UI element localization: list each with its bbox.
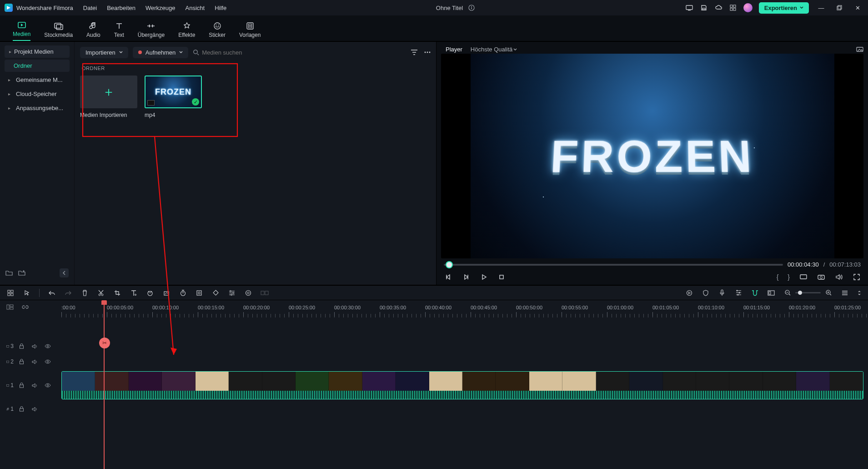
zoom-in-icon[interactable] <box>824 289 833 297</box>
tab-stockmedia[interactable]: Stockmedia <box>44 21 73 41</box>
import-media-button[interactable]: ＋ <box>80 76 137 108</box>
tab-sticker[interactable]: Sticker <box>209 21 226 41</box>
mark-out-icon[interactable]: } <box>788 273 790 281</box>
user-avatar[interactable] <box>743 3 753 12</box>
menu-help[interactable]: Hilfe <box>215 5 226 11</box>
playhead-cap[interactable] <box>101 300 107 305</box>
mic-icon[interactable] <box>718 289 726 297</box>
track-mute-icon[interactable] <box>32 358 39 365</box>
sidebar-item-anpassung[interactable]: ▸Anpassungsebe... <box>5 102 70 114</box>
tab-medien[interactable]: Medien <box>13 20 30 41</box>
seek-bar[interactable] <box>444 264 783 266</box>
cut-icon[interactable] <box>97 289 105 297</box>
render-icon[interactable] <box>685 289 693 297</box>
tab-uebergaenge[interactable]: Übergänge <box>138 21 165 41</box>
sidebar-item-projekt-medien[interactable]: ▸Projekt Medien <box>5 45 70 58</box>
new-folder-icon[interactable] <box>18 270 25 276</box>
snapshot-view-icon[interactable] <box>856 46 863 52</box>
snap-icon[interactable] <box>751 289 759 297</box>
list-view-icon[interactable] <box>841 289 849 297</box>
link-icon[interactable] <box>22 304 30 312</box>
tab-audio[interactable]: Audio <box>86 21 100 41</box>
record-dropdown[interactable]: Aufnehmen <box>133 47 189 58</box>
player-tab[interactable]: Player <box>446 46 462 53</box>
track-visible-icon[interactable] <box>45 343 52 350</box>
mark-in-icon[interactable]: { <box>777 273 779 281</box>
zoom-knob[interactable] <box>798 291 802 295</box>
group-icon[interactable] <box>261 289 269 297</box>
time-ruler[interactable]: :00:0000:00:05:0000:00:10:0000:00:15:000… <box>61 305 868 318</box>
window-close[interactable]: ✕ <box>852 4 863 12</box>
speed-icon[interactable] <box>146 289 154 297</box>
track-video-icon[interactable]: 3 <box>6 343 14 350</box>
track-video-icon[interactable]: 2 <box>6 358 14 365</box>
track-lock-icon[interactable] <box>19 343 26 350</box>
collapse-sidebar-button[interactable] <box>60 268 69 277</box>
seek-knob[interactable] <box>447 262 452 267</box>
player-quality[interactable]: Höchste Qualitä <box>471 46 517 53</box>
sidebar-item-cloud[interactable]: ▸Cloud-Speicher <box>5 88 70 100</box>
import-dropdown[interactable]: Importieren <box>80 47 128 58</box>
track-body-v1[interactable]: mp4 <box>61 369 868 401</box>
delete-icon[interactable] <box>80 289 89 297</box>
track-body-v3[interactable] <box>61 338 868 354</box>
track-mute-icon[interactable] <box>32 405 39 413</box>
folder-open-icon[interactable] <box>5 270 13 276</box>
menu-tools[interactable]: Werkzeuge <box>146 5 176 11</box>
split-playhead-button[interactable]: ✂ <box>99 338 110 348</box>
project-info-icon[interactable] <box>467 4 476 12</box>
playhead[interactable] <box>104 300 105 469</box>
camera-snapshot-icon[interactable] <box>817 272 825 281</box>
track-mute-icon[interactable] <box>32 343 39 350</box>
timeline-clip[interactable]: mp4 <box>61 371 863 399</box>
track-body-a1[interactable] <box>61 401 868 417</box>
filter-icon[interactable] <box>411 49 418 55</box>
track-visible-icon[interactable] <box>45 382 52 389</box>
video-area[interactable]: FROZEN <box>441 54 863 258</box>
play-button[interactable] <box>479 272 488 281</box>
tab-effekte[interactable]: Effekte <box>178 21 195 41</box>
track-mute-icon[interactable] <box>32 382 39 389</box>
tab-vorlagen[interactable]: Vorlagen <box>239 21 261 41</box>
export-button[interactable]: Exportieren <box>759 2 809 14</box>
title-icon[interactable] <box>130 289 138 297</box>
track-lock-icon[interactable] <box>19 358 26 365</box>
undo-icon[interactable] <box>48 289 56 297</box>
timeline-menu-icon[interactable] <box>857 289 862 297</box>
redo-icon[interactable] <box>64 289 72 297</box>
menu-file[interactable]: Datei <box>83 5 97 11</box>
prev-frame-button[interactable] <box>444 272 452 281</box>
window-maximize[interactable] <box>833 4 845 12</box>
volume-icon[interactable] <box>834 272 843 281</box>
pointer-icon[interactable] <box>23 289 31 297</box>
play-forward-button[interactable] <box>462 272 470 281</box>
track-lock-icon[interactable] <box>19 405 26 413</box>
zoom-out-icon[interactable] <box>783 289 792 297</box>
display-settings-icon[interactable] <box>799 272 808 281</box>
cloud-icon[interactable] <box>714 4 722 12</box>
adjust-icon[interactable] <box>228 289 236 297</box>
zoom-slider[interactable] <box>795 292 821 293</box>
tab-text[interactable]: Text <box>114 21 124 41</box>
timer-icon[interactable] <box>179 289 187 297</box>
apps-icon[interactable] <box>729 4 737 12</box>
sidebar-item-ordner[interactable]: Ordner <box>5 60 70 72</box>
display-icon[interactable] <box>685 4 693 12</box>
media-clip-thumb[interactable]: FROZEN ✓ <box>145 76 202 108</box>
fullscreen-icon[interactable] <box>852 272 861 281</box>
mask-icon[interactable] <box>244 289 252 297</box>
mixer-icon[interactable] <box>734 289 743 297</box>
window-minimize[interactable]: — <box>815 4 827 12</box>
track-visible-icon[interactable] <box>45 358 52 365</box>
track-manager-icon[interactable] <box>6 304 15 312</box>
save-icon[interactable] <box>700 4 708 12</box>
sidebar-item-gemeinsame[interactable]: ▸Gemeinsame M... <box>5 74 70 86</box>
menu-view[interactable]: Ansicht <box>186 5 205 11</box>
track-lock-icon[interactable] <box>19 382 26 389</box>
marker-shield-icon[interactable] <box>702 289 710 297</box>
menu-edit[interactable]: Bearbeiten <box>107 5 135 11</box>
grid-icon[interactable] <box>6 289 15 297</box>
crop-icon[interactable] <box>113 289 121 297</box>
stop-button[interactable] <box>497 272 506 281</box>
track-audio-icon[interactable]: 1 <box>6 405 14 413</box>
